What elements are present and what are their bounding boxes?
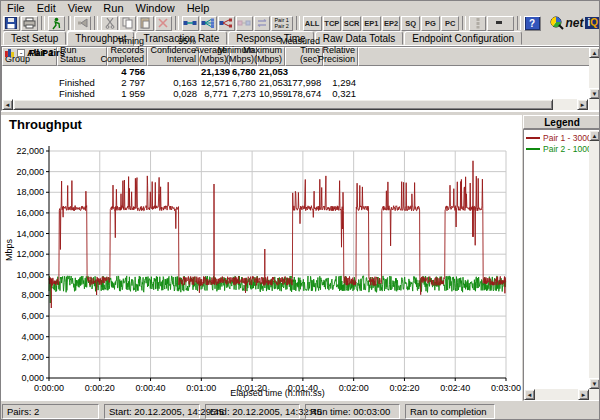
maximum-cell: 21,053 <box>257 77 285 88</box>
link-endpoints-icon <box>475 17 481 29</box>
scroll-up-button[interactable]: ▲ <box>589 47 600 58</box>
print-icon <box>23 17 36 29</box>
legend-panel: Pair 1 - 30000 Pair 2 - 10000 ▲ ▼ ◄ ► <box>523 129 600 401</box>
console-button[interactable] <box>487 16 514 31</box>
help-button[interactable]: ? <box>524 16 541 31</box>
tab-test-setup[interactable]: Test Setup <box>3 31 66 45</box>
scroll-up-button[interactable]: ▲ <box>589 130 600 141</box>
pair-visibility-button[interactable]: Pair 1 Pair 2 <box>271 16 293 31</box>
netiq-iq-text: iQ <box>585 17 600 29</box>
toolbar-separator <box>517 16 521 30</box>
col-header-confidence[interactable]: 95% Confidence Interval <box>147 47 199 66</box>
stop-button[interactable] <box>74 16 91 31</box>
scroll-right-button[interactable]: ► <box>578 389 589 400</box>
cut-icon <box>105 17 115 29</box>
menu-help[interactable]: Help <box>181 2 216 15</box>
average-cell: 12,571 <box>199 77 230 88</box>
run-test-button[interactable] <box>48 16 65 31</box>
delete-icon <box>158 18 168 28</box>
chariot-app-window: { "menu": { "items": ["File", "Edit", "V… <box>0 0 600 420</box>
scroll-down-button[interactable]: ▼ <box>589 378 600 389</box>
toggle-pg[interactable]: PG <box>421 16 440 31</box>
maximum-cell: 10,959 <box>257 88 285 99</box>
edit-pair-button[interactable] <box>218 16 235 31</box>
toggle-tcp[interactable]: TCP <box>323 16 342 31</box>
cut-button[interactable] <box>101 16 118 31</box>
save-button[interactable] <box>3 16 20 31</box>
toggle-all[interactable]: ALL <box>303 16 322 31</box>
scroll-right-button[interactable]: ► <box>577 99 588 110</box>
results-table: Group Run Status Timing Records Complete… <box>1 46 600 111</box>
copy-button[interactable] <box>119 16 136 31</box>
scroll-left-button[interactable]: ◄ <box>524 389 535 400</box>
toggle-pc[interactable]: PC <box>441 16 460 31</box>
legend-v-scrollbar[interactable]: ▲ ▼ <box>589 130 600 400</box>
legend-h-scrollbar[interactable]: ◄ ► <box>524 389 589 400</box>
pair-chart-icon <box>4 48 15 58</box>
netiq-q-icon <box>550 16 564 30</box>
group-cell: Pair 2 <box>29 47 54 58</box>
records-cell: 2 797 <box>107 77 147 88</box>
run-test-icon <box>50 17 62 30</box>
add-pair-button[interactable] <box>182 16 199 31</box>
toggle-scr[interactable]: SCR <box>342 16 361 31</box>
toggle-ep2[interactable]: EP2 <box>382 16 401 31</box>
svg-text:10,000: 10,000 <box>16 270 44 280</box>
toolbar-separator <box>68 16 72 30</box>
paste-button[interactable] <box>137 16 154 31</box>
svg-text:4,000: 4,000 <box>21 332 44 342</box>
svg-text:14,000: 14,000 <box>16 229 44 239</box>
precision-cell: 0,321 <box>323 88 358 99</box>
average-cell: 21,139 <box>199 66 230 77</box>
records-cell: 4 756 <box>107 66 147 77</box>
run-status-cell: Finished <box>57 88 107 99</box>
replicate-pair-button[interactable] <box>236 16 253 31</box>
col-header-timing-records[interactable]: Timing Records Completed <box>107 47 147 66</box>
scroll-left-button[interactable]: ◄ <box>2 99 13 110</box>
collapse-all-pairs-toggle[interactable]: - <box>17 49 25 57</box>
h-scroll-thumb[interactable] <box>13 99 553 110</box>
tab-endpoint-configuration[interactable]: Endpoint Configuration <box>404 31 522 45</box>
menu-file[interactable]: File <box>1 2 31 15</box>
toolbar-separator <box>462 16 466 30</box>
records-cell: 1 959 <box>107 88 147 99</box>
svg-text:8,000: 8,000 <box>21 290 44 300</box>
svg-text:16,000: 16,000 <box>16 208 44 218</box>
confidence-cell: 0,163 <box>147 77 199 88</box>
col-header-filler <box>358 47 590 66</box>
menu-window[interactable]: Window <box>130 2 181 15</box>
x-axis-label: Elapsed time (h:mm:ss) <box>49 388 506 398</box>
replicate-pair-icon <box>237 19 251 28</box>
col-header-relative-precision[interactable]: Relative Precision <box>323 47 358 66</box>
svg-text:22,000: 22,000 <box>16 146 44 156</box>
legend-line-sample <box>526 148 540 150</box>
tab-raw-data-totals[interactable]: Raw Data Totals <box>315 31 404 45</box>
time-cell: 177,998 <box>285 77 323 88</box>
status-start-time: Start: 20.12.2005, 14:29:45 <box>104 404 200 419</box>
table-v-scrollbar[interactable]: ▲ ▼ <box>589 47 600 110</box>
table-h-scrollbar[interactable]: ◄ ► <box>2 99 588 110</box>
swap-endpoints-button[interactable] <box>254 16 271 31</box>
add-multicast-group-button[interactable] <box>200 16 217 31</box>
link-endpoints-button[interactable] <box>469 16 486 31</box>
menu-edit[interactable]: Edit <box>31 2 62 15</box>
svg-text:18,000: 18,000 <box>16 187 44 197</box>
status-pairs: Pairs: 2 <box>2 404 99 419</box>
menu-run[interactable]: Run <box>97 2 129 15</box>
menu-view[interactable]: View <box>62 2 98 15</box>
chart-panel: Throughput Mbps Elapsed time (h:mm:ss) 2… <box>1 115 522 401</box>
toggle-ep1[interactable]: EP1 <box>362 16 381 31</box>
delete-button[interactable] <box>155 16 172 31</box>
svg-text:2,000: 2,000 <box>21 352 44 362</box>
print-button[interactable] <box>21 16 38 31</box>
scroll-down-button[interactable]: ▼ <box>589 88 600 99</box>
save-icon <box>5 17 17 29</box>
svg-text:6,000: 6,000 <box>21 311 44 321</box>
minimum-cell: 6,780 <box>230 77 257 88</box>
confidence-cell: 0,028 <box>147 88 199 99</box>
throughput-chart: 22,00020,00018,00016,00014,00012,00010,0… <box>1 115 522 401</box>
toolbar-separator <box>41 16 45 30</box>
swap-endpoints-icon <box>256 18 268 28</box>
toolbar: Pair 1 Pair 2 ALL TCP SCR EP1 EP2 SQ PG … <box>1 15 600 31</box>
toggle-sq[interactable]: SQ <box>401 16 420 31</box>
